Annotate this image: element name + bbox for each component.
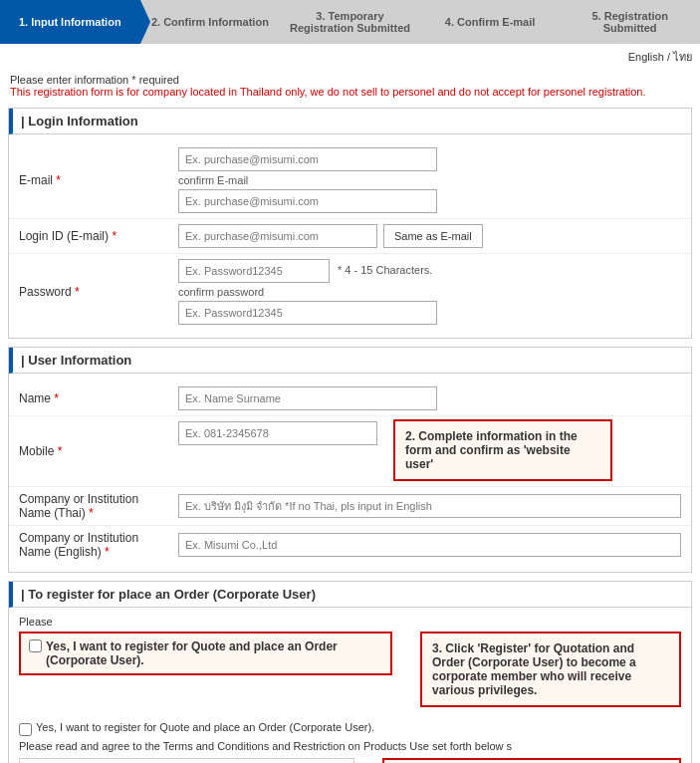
loginid-input[interactable]: [178, 224, 377, 248]
password-label: Password *: [19, 285, 178, 299]
name-fields: [178, 386, 681, 410]
company-eng-input[interactable]: [178, 533, 681, 557]
loginid-label: Login ID (E-mail) *: [19, 229, 178, 243]
same-as-email-button[interactable]: Same as E-mail: [383, 224, 483, 248]
mobile-label: Mobile *: [19, 444, 178, 458]
company-thai-label: Company or Institution Name (Thai) *: [19, 492, 178, 520]
loginid-fields: Same as E-mail: [178, 224, 681, 248]
confirm-left-area: We hereby confirm that: 1) We have read …: [19, 758, 354, 763]
warning-note: This registration form is for company lo…: [10, 86, 690, 98]
corp-plain-checkbox-label: Yes, I want to register for Quote and pl…: [36, 721, 374, 733]
email-label: E-mail *: [19, 173, 178, 187]
email-input[interactable]: [178, 147, 437, 171]
mobile-fields: 2. Complete information in the form and …: [178, 421, 681, 481]
mobile-input[interactable]: [178, 421, 377, 445]
progress-bar: 1. Input Information 2. Confirm Informat…: [0, 0, 700, 44]
corp-plain-checkbox-row: Yes, I want to register for Quote and pl…: [19, 721, 681, 736]
login-section-body: E-mail * confirm E-mail Login ID (E-mail…: [9, 134, 691, 338]
read-agree-text: Please read and agree to the Terms and C…: [19, 740, 681, 752]
email-fields: confirm E-mail: [178, 147, 681, 213]
password-fields: * 4 - 15 Characters. confirm password: [178, 259, 681, 325]
required-note: Please enter information * required: [10, 74, 690, 86]
corp-plain-checkbox[interactable]: [19, 723, 32, 736]
corporate-section-body: Please Yes, I want to register for Quote…: [9, 608, 691, 763]
company-eng-fields: [178, 533, 681, 557]
confirm-password-input[interactable]: [178, 301, 437, 325]
notice-section: Please enter information * required This…: [0, 70, 700, 100]
company-eng-label: Company or Institution Name (English) *: [19, 531, 178, 559]
language-switcher[interactable]: English / ไทย: [0, 44, 700, 70]
password-input-row: * 4 - 15 Characters.: [178, 259, 681, 283]
step-2: 2. Confirm Information: [140, 0, 281, 44]
name-label: Name *: [19, 391, 178, 405]
corporate-section-header: | To register for place an Order (Corpor…: [9, 582, 691, 608]
corp-checkbox-highlighted[interactable]: [29, 639, 42, 652]
name-row: Name *: [9, 382, 691, 416]
user-section: | User Information Name * Mobile *: [8, 347, 692, 573]
login-section-header: | Login Information: [9, 109, 691, 134]
confirm-password-label: confirm password: [178, 286, 681, 298]
name-input[interactable]: [178, 386, 437, 410]
please-text: Please: [19, 616, 681, 628]
tooltip-click-register: 3. Click 'Register' for Quotation and Or…: [420, 632, 681, 707]
user-section-body: Name * Mobile * 2. Complete information …: [9, 374, 691, 572]
tooltip-confirmation-email: 4. The system will be sent a confirmatio…: [382, 758, 681, 763]
loginid-input-row: Same as E-mail: [178, 224, 681, 248]
corp-checkbox-highlight: Yes, I want to register for Quote and pl…: [19, 632, 392, 675]
company-eng-row: Company or Institution Name (English) *: [9, 526, 691, 564]
confirm-email-label: confirm E-mail: [178, 174, 681, 186]
company-thai-row: Company or Institution Name (Thai) *: [9, 487, 691, 526]
step-5: 5. Registration Submitted: [560, 0, 700, 44]
confirm-box: We hereby confirm that: 1) We have read …: [19, 758, 354, 763]
user-section-header: | User Information: [9, 348, 691, 374]
corporate-section: | To register for place an Order (Corpor…: [8, 581, 692, 763]
login-section: | Login Information E-mail * confirm E-m…: [8, 108, 692, 339]
step-4: 4. Confirm E-mail: [420, 0, 561, 44]
loginid-row: Login ID (E-mail) * Same as E-mail: [9, 219, 691, 254]
company-thai-fields: [178, 494, 681, 518]
email-row: E-mail * confirm E-mail: [9, 142, 691, 219]
company-thai-input[interactable]: [178, 494, 681, 518]
step-1: 1. Input Information: [0, 0, 140, 44]
corp-checkbox-highlight-label: Yes, I want to register for Quote and pl…: [46, 639, 382, 667]
password-left: [178, 259, 330, 283]
step-3: 3. Temporary Registration Submitted: [280, 0, 420, 44]
password-row: Password * * 4 - 15 Characters. confirm …: [9, 254, 691, 330]
mobile-row: Mobile * 2. Complete information in the …: [9, 416, 691, 487]
password-input[interactable]: [178, 259, 330, 283]
tooltip-complete-form: 2. Complete information in the form and …: [393, 419, 612, 481]
password-hint: * 4 - 15 Characters.: [338, 259, 432, 276]
confirm-email-input[interactable]: [178, 189, 437, 213]
